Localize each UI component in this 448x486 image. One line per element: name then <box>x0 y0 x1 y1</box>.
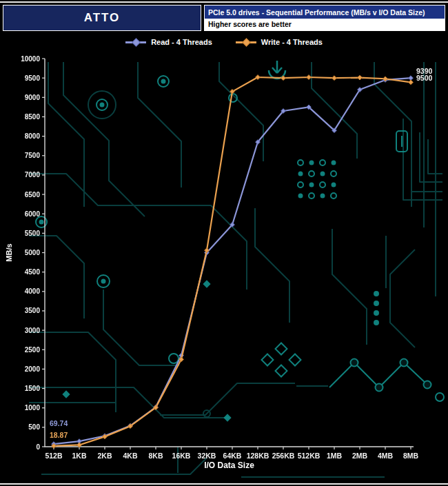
y-tick-label: 6500 <box>25 191 41 199</box>
x-tick-label: 1MB <box>327 452 343 460</box>
y-tick-label: 4500 <box>25 268 41 276</box>
y-tick-label: 1500 <box>25 385 41 392</box>
x-tick-label: 2MB <box>352 452 368 460</box>
x-tick-label: 1KB <box>72 452 86 460</box>
y-tick-label: 0 <box>36 443 40 451</box>
axes <box>45 59 414 447</box>
y-tick-label: 9500 <box>25 74 41 82</box>
x-tick-label: 4KB <box>123 452 137 460</box>
y-tick-label: 3000 <box>25 327 41 334</box>
data-label: 69.74 <box>50 419 68 427</box>
series-line-0 <box>54 78 411 444</box>
x-tick-label: 512KB <box>298 452 320 460</box>
chart-canvas: 0500100015002000250030003500400045005000… <box>0 0 448 486</box>
x-tick-label: 256KB <box>272 452 295 460</box>
x-tick-label: 64KB <box>223 452 242 460</box>
y-tick-label: 9000 <box>25 94 41 101</box>
y-tick-label: 10000 <box>21 55 40 63</box>
x-tick-label: 2KB <box>97 452 112 460</box>
series-1-marker <box>281 76 286 81</box>
y-tick-label: 2000 <box>25 365 41 373</box>
y-tick-label: 8500 <box>25 113 41 121</box>
y-tick-label: 5000 <box>25 249 41 256</box>
y-tick-label: 7500 <box>25 152 41 159</box>
y-tick-label: 500 <box>28 423 40 431</box>
x-tick-label: 128KB <box>247 452 269 460</box>
data-label: 18.87 <box>50 431 68 439</box>
x-tick-label: 512B <box>45 452 63 460</box>
y-tick-label: 1000 <box>25 404 41 412</box>
y-tick-label: 7000 <box>25 171 41 179</box>
data-label: 9500 <box>416 74 433 82</box>
series-1-marker <box>409 80 414 85</box>
benchmark-chart-screenshot: ATTO PCIe 5.0 drives - Sequential Perfor… <box>0 0 448 486</box>
y-tick-label: 4000 <box>25 287 41 295</box>
x-tick-label: 32KB <box>198 452 216 460</box>
x-tick-label: 8KB <box>148 452 163 460</box>
y-tick-label: 5500 <box>25 230 41 237</box>
x-axis-title: I/O Data Size <box>204 460 254 470</box>
x-tick-label: 16KB <box>172 452 191 460</box>
x-tick-label: 4MB <box>378 452 394 460</box>
series-1-marker <box>307 75 312 80</box>
y-tick-label: 8000 <box>25 132 41 140</box>
y-tick-label: 6000 <box>25 210 41 218</box>
y-axis-title: MB/s <box>5 243 13 261</box>
x-tick-label: 8MB <box>403 452 419 460</box>
y-tick-label: 2500 <box>25 346 41 354</box>
y-tick-label: 3500 <box>25 307 41 314</box>
series-1-marker <box>358 75 363 80</box>
series-line-1 <box>54 77 411 446</box>
series-1-marker <box>332 76 337 81</box>
